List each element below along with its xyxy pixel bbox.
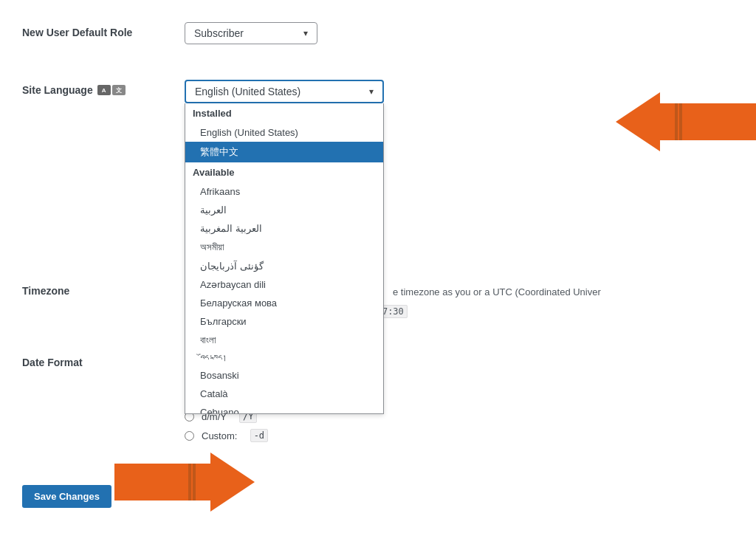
save-changes-button[interactable]: Save Changes [22, 485, 111, 508]
site-language-row: Site Language A 文 English (United States… [22, 72, 734, 111]
dropdown-item-english[interactable]: English (United States) [185, 123, 383, 142]
dropdown-item-arabic-maghrebi[interactable]: العربية المغربية [185, 219, 383, 238]
dropdown-item-arabic[interactable]: العربية [185, 201, 383, 219]
language-dropdown: Installed English (United States) 繁體中文 A… [185, 103, 384, 414]
language-select-trigger[interactable]: English (United States) ▾ [185, 80, 384, 103]
subscriber-chevron-icon: ▾ [303, 28, 308, 38]
dropdown-item-bosnian[interactable]: Bosanski [185, 366, 383, 385]
dropdown-item-catalan[interactable]: Català [185, 385, 383, 403]
date-format-radio-custom[interactable] [185, 431, 194, 441]
dropdown-item-cebuano[interactable]: Cebuano [185, 403, 383, 413]
new-user-role-label-text: New User Default Role [22, 27, 132, 38]
language-select-value: English (United States) [195, 86, 300, 97]
timezone-label-text: Timezone [22, 285, 69, 297]
dropdown-item-tibetan[interactable]: བོད་སྐད། [185, 350, 383, 366]
subscriber-select-value: Subscriber [194, 27, 244, 39]
dropdown-item-afrikaans[interactable]: Afrikaans [185, 182, 383, 201]
dropdown-item-azerbaijani-south[interactable]: گؤنئی آذربایجان [185, 257, 383, 275]
translate-icon-box2: 文 [112, 85, 126, 95]
available-group-label: Available [185, 162, 383, 182]
language-select-wrapper: English (United States) ▾ Installed Engl… [185, 80, 384, 103]
date-format-label: Date Format [22, 352, 185, 368]
translate-icon-box: A [97, 85, 111, 95]
dropdown-item-assamese[interactable]: অসমীয়া [185, 238, 383, 257]
new-user-role-control: Subscriber ▾ [185, 22, 734, 44]
timezone-hint-prefix: e timezone as you or a UTC (Coordinated … [393, 286, 601, 297]
new-user-role-label: New User Default Role [22, 22, 185, 38]
site-language-label-text: Site Language [22, 84, 93, 96]
page-wrapper: New User Default Role Subscriber ▾ Site … [0, 0, 756, 547]
dropdown-item-chinese[interactable]: 繁體中文 [185, 142, 383, 162]
language-chevron-icon: ▾ [369, 86, 374, 97]
site-language-control: English (United States) ▾ Installed Engl… [185, 80, 734, 103]
date-format-label-text: Date Format [22, 357, 83, 368]
dropdown-item-bulgarian[interactable]: Български [185, 312, 383, 331]
timezone-label: Timezone [22, 281, 185, 297]
new-user-role-row: New User Default Role Subscriber ▾ [22, 15, 734, 52]
dropdown-item-belarusian[interactable]: Беларуская мова [185, 294, 383, 312]
language-dropdown-inner[interactable]: Installed English (United States) 繁體中文 A… [185, 103, 383, 413]
date-format-example-custom: -d [250, 429, 268, 442]
date-format-label-custom: Custom: [202, 430, 243, 441]
subscriber-select[interactable]: Subscriber ▾ [185, 22, 317, 44]
site-language-label: Site Language A 文 [22, 80, 185, 96]
translate-icon: A 文 [97, 85, 126, 95]
installed-group-label: Installed [185, 103, 383, 123]
dropdown-item-azerbaijani[interactable]: Azərbaycan dili [185, 275, 383, 294]
date-format-option-custom: Custom: -d [185, 429, 734, 442]
bottom-section: Save Changes [22, 470, 734, 508]
dropdown-item-bengali[interactable]: বাংলা [185, 331, 383, 350]
